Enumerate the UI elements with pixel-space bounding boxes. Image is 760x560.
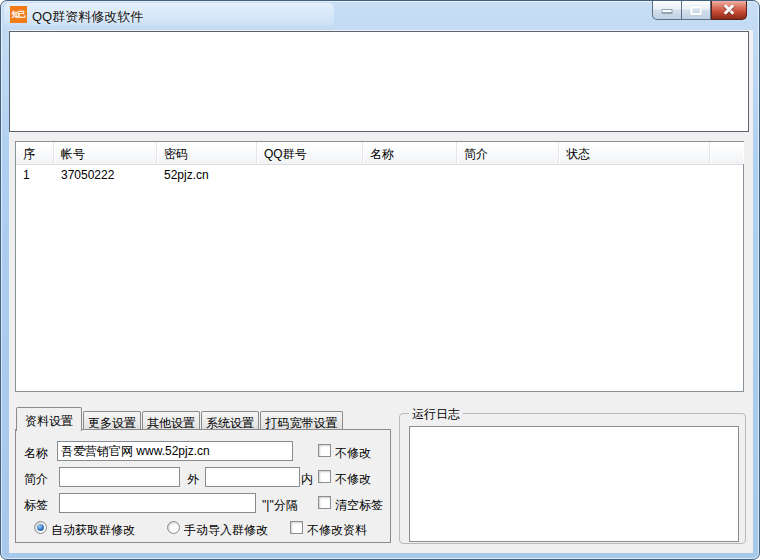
tag-clear-checkbox[interactable] [318,496,331,509]
tag-input[interactable] [59,493,256,513]
titlebar: 知己 QQ群资料修改软件 [1,1,760,30]
name-skip-checkbox[interactable] [318,444,331,457]
column-header-account[interactable]: 帐号 [54,142,157,164]
skip-profile-checkbox[interactable] [290,521,303,534]
run-log-groupbox: 运行日志 [399,413,746,544]
cell-blank [710,165,743,185]
column-header-name[interactable]: 名称 [363,142,457,164]
name-input[interactable] [57,441,293,461]
tab-other-settings[interactable]: 其他设置 [142,411,200,430]
minimize-icon [662,9,673,13]
intro-label: 简介 [24,471,48,488]
column-header-blank [710,142,743,164]
app-icon: 知己 [10,6,27,23]
close-button[interactable] [711,1,747,20]
name-skip-label: 不修改 [335,445,371,462]
table-header-row: 序 帐号 密码 QQ群号 名称 简介 状态 [16,142,743,165]
profile-settings-panel: 名称 不修改 简介 外 内 不修改 标签 "|"分隔 清空标签 自动获取群修改 … [15,429,391,543]
window-title: QQ群资料修改软件 [32,8,143,26]
run-log-textarea[interactable] [409,426,739,542]
tag-label: 标签 [24,497,48,514]
cell-index: 1 [16,165,54,185]
minimize-button[interactable] [652,1,682,20]
maximize-button[interactable] [682,1,711,20]
cell-name [363,165,457,185]
intro-skip-label: 不修改 [335,471,371,488]
tab-captcha-broadband-settings[interactable]: 打码宽带设置 [260,411,343,430]
column-header-intro[interactable]: 简介 [457,142,559,164]
intro-skip-checkbox[interactable] [318,470,331,483]
column-header-groupno[interactable]: QQ群号 [257,142,363,164]
intro-inner-label: 内 [301,471,313,488]
intro-outer-label: 外 [187,471,199,488]
column-header-status[interactable]: 状态 [559,142,710,164]
tab-more-settings[interactable]: 更多设置 [83,411,141,430]
maximize-icon [691,6,702,15]
tab-profile-settings[interactable]: 资料设置 [16,407,82,431]
name-label: 名称 [24,445,48,462]
intro-inner-input[interactable] [205,467,300,487]
tag-separator-hint: "|"分隔 [262,497,298,514]
intro-outer-input[interactable] [59,467,180,487]
table-row[interactable]: 1 37050222 52pjz.cn [16,165,743,185]
banner-panel [9,31,749,132]
skip-profile-label: 不修改资料 [307,522,367,539]
run-log-title: 运行日志 [409,406,463,423]
tab-system-settings[interactable]: 系统设置 [201,411,259,430]
account-table[interactable]: 序 帐号 密码 QQ群号 名称 简介 状态 1 37050222 52pjz.c… [15,141,744,392]
auto-fetch-label: 自动获取群修改 [51,522,135,539]
cell-intro [457,165,559,185]
cell-status [559,165,710,185]
app-window: 知己 QQ群资料修改软件 序 帐号 密码 QQ群号 名称 简介 状态 [0,0,760,560]
client-area: 序 帐号 密码 QQ群号 名称 简介 状态 1 37050222 52pjz.c… [9,30,753,553]
cell-groupno [257,165,363,185]
tag-clear-label: 清空标签 [335,497,383,514]
manual-import-label: 手动导入群修改 [184,522,268,539]
auto-fetch-radio[interactable] [34,521,47,534]
column-header-index[interactable]: 序 [16,142,54,164]
manual-import-radio[interactable] [167,521,180,534]
cell-account: 37050222 [54,165,157,185]
column-header-password[interactable]: 密码 [157,142,257,164]
cell-password: 52pjz.cn [157,165,257,185]
